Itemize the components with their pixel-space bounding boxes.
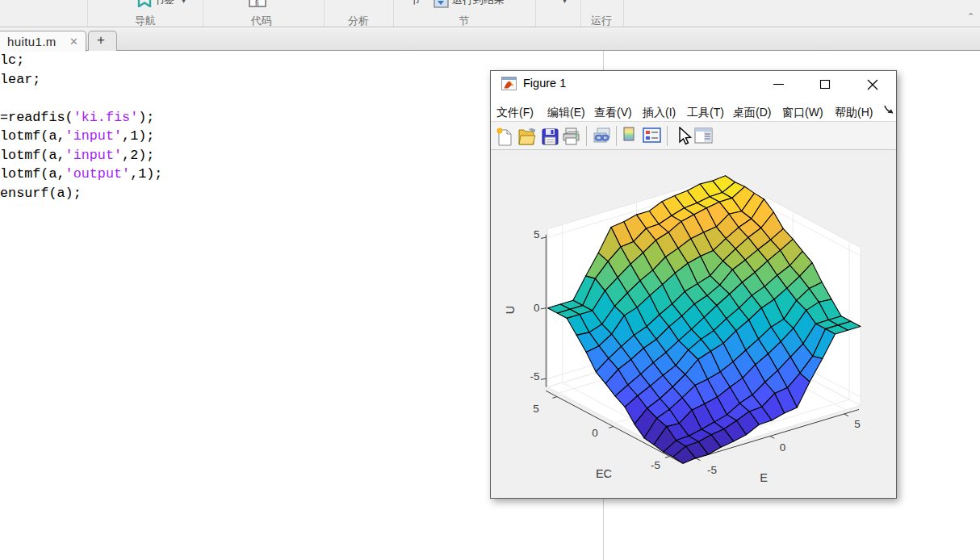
svg-text:0: 0 bbox=[592, 427, 598, 439]
svg-text:5: 5 bbox=[533, 403, 539, 415]
svg-text:-5: -5 bbox=[651, 459, 660, 471]
svg-text:EC: EC bbox=[596, 467, 612, 480]
svg-text:0: 0 bbox=[534, 302, 540, 314]
svg-text:fi: fi bbox=[255, 0, 259, 7]
svg-text:5: 5 bbox=[534, 228, 540, 240]
svg-text:U: U bbox=[504, 306, 517, 314]
svg-text:-5: -5 bbox=[530, 370, 539, 382]
svg-text:E: E bbox=[760, 471, 768, 484]
svg-text:0: 0 bbox=[780, 441, 786, 453]
svg-text:-5: -5 bbox=[707, 464, 717, 476]
svg-text:5: 5 bbox=[854, 418, 861, 430]
